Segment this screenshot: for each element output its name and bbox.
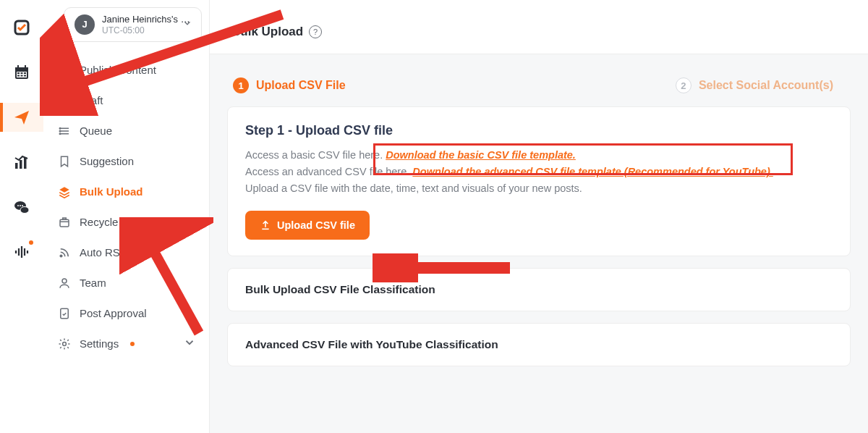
sidebar-item-suggestion[interactable]: Suggestion	[43, 146, 209, 177]
svg-rect-9	[17, 75, 20, 77]
sidebar-item-team[interactable]: Team	[43, 268, 209, 298]
svg-rect-11	[24, 75, 26, 77]
svg-rect-27	[61, 308, 69, 319]
sidebar-item-auto-rss[interactable]: Auto RSS	[43, 237, 209, 268]
sidebar-item-label: Queue	[80, 125, 112, 137]
step-2[interactable]: 2 Select Social Account(s)	[676, 77, 833, 93]
sidebar-item-label: Draft	[80, 94, 103, 106]
sidebar-item-settings[interactable]: Settings	[43, 329, 209, 359]
step-2-badge: 2	[676, 77, 692, 93]
svg-point-28	[63, 342, 67, 346]
svg-point-21	[59, 127, 61, 129]
step-2-label: Select Social Account(s)	[699, 79, 833, 92]
svg-point-18	[20, 205, 21, 206]
rail-analytics-icon[interactable]	[0, 148, 43, 177]
svg-rect-7	[21, 72, 23, 74]
card-step1: Step 1 - Upload CSV file Access a basic …	[227, 106, 851, 256]
account-tz: UTC-05:00	[102, 25, 190, 35]
svg-point-23	[59, 133, 61, 135]
help-icon[interactable]: ?	[309, 25, 322, 38]
sidebar-item-queue[interactable]: Queue	[43, 116, 209, 146]
upload-icon	[260, 219, 271, 231]
avatar: J	[75, 14, 95, 35]
rail-chat-icon[interactable]	[0, 193, 43, 222]
main-area: Bulk Upload ? 1 Upload CSV File 2 Select…	[210, 0, 868, 433]
account-name: Janine Heinrichs's …	[102, 14, 190, 25]
sidebar-item-label: Recycle	[80, 216, 118, 228]
sidebar-item-label: Auto RSS	[80, 246, 127, 258]
step1-heading: Step 1 - Upload CSV file	[245, 123, 833, 138]
sidebar-item-label: Team	[80, 277, 106, 289]
accordion-advanced-youtube[interactable]: Advanced CSV File with YouTube Classific…	[227, 323, 851, 366]
accordion-bulk-classification[interactable]: Bulk Upload CSV File Classification	[227, 268, 851, 311]
svg-rect-10	[21, 75, 23, 77]
sidebar-item-label: Bulk Upload	[80, 185, 143, 198]
upload-csv-button[interactable]: Upload CSV file	[245, 211, 370, 240]
chevron-down-icon	[182, 18, 192, 31]
svg-point-26	[62, 279, 67, 283]
svg-point-17	[17, 205, 19, 206]
svg-rect-3	[17, 65, 19, 68]
step1-description: Access a basic CSV file here. Download t…	[245, 147, 833, 198]
rail-send-icon[interactable]	[0, 103, 43, 132]
svg-point-16	[20, 207, 29, 214]
sidebar-item-label: Suggestion	[80, 155, 134, 167]
step-1-badge: 1	[233, 77, 249, 93]
svg-rect-13	[20, 160, 22, 169]
rail-logo-icon[interactable]	[0, 13, 43, 42]
svg-rect-8	[24, 72, 26, 74]
page-title: Bulk Upload	[231, 25, 303, 39]
sidebar: J Janine Heinrichs's … UTC-05:00 Publish…	[43, 0, 210, 433]
sidebar-item-label: Settings	[80, 337, 119, 350]
sidebar-item-label: Post Approval	[80, 307, 147, 319]
sidebar-item-label: Publish Content	[80, 64, 156, 76]
rail-calendar-icon[interactable]	[0, 58, 43, 87]
download-advanced-template-link[interactable]: Download the advanced CSV file template …	[412, 166, 773, 177]
side-menu: Publish Content Draft Queue Suggestion B…	[43, 55, 209, 359]
sidebar-item-bulk-upload[interactable]: Bulk Upload	[43, 177, 209, 207]
svg-point-19	[22, 205, 23, 206]
icon-rail	[0, 0, 43, 433]
step-1-label: Upload CSV File	[256, 79, 346, 92]
sidebar-item-post-approval[interactable]: Post Approval	[43, 298, 209, 329]
svg-rect-4	[25, 65, 26, 68]
rail-audio-icon[interactable]	[0, 237, 43, 266]
main-header: Bulk Upload ?	[210, 0, 868, 54]
svg-rect-14	[24, 157, 27, 169]
svg-point-22	[59, 130, 61, 132]
svg-rect-2	[15, 67, 28, 70]
svg-rect-12	[15, 163, 18, 169]
notification-dot-icon	[130, 342, 135, 346]
chevron-down-icon	[183, 214, 196, 230]
chevron-down-icon	[183, 336, 196, 351]
download-basic-template-link[interactable]: Download the basic CSV file template.	[386, 149, 576, 161]
sidebar-item-recycle[interactable]: Recycle	[43, 207, 209, 237]
step-1: 1 Upload CSV File	[233, 77, 346, 93]
svg-rect-24	[60, 219, 69, 227]
svg-rect-6	[17, 72, 20, 74]
svg-point-25	[60, 255, 62, 257]
sidebar-item-publish[interactable]: Publish Content	[43, 55, 209, 85]
account-selector[interactable]: J Janine Heinrichs's … UTC-05:00	[64, 7, 202, 42]
sidebar-item-draft[interactable]: Draft	[43, 85, 209, 116]
steps-bar: 1 Upload CSV File 2 Select Social Accoun…	[210, 54, 868, 106]
